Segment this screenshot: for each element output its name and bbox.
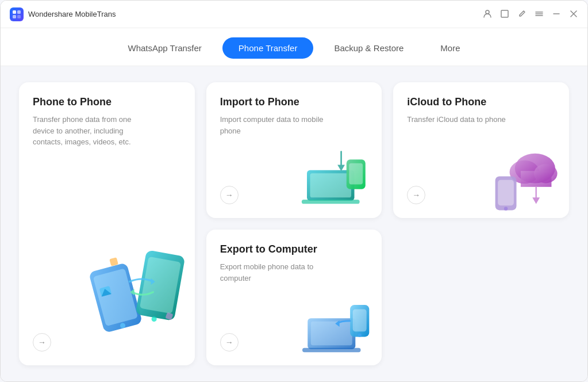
svg-rect-2 xyxy=(13,15,16,18)
card-arrow-phone-to-phone[interactable]: → xyxy=(33,333,51,352)
svg-rect-40 xyxy=(311,322,352,346)
edit-icon[interactable] xyxy=(517,9,526,20)
title-bar-controls xyxy=(483,9,578,20)
svg-rect-3 xyxy=(17,15,21,18)
svg-rect-43 xyxy=(353,309,367,331)
card-title-phone-to-phone: Phone to Phone xyxy=(33,96,181,108)
illustration-export xyxy=(297,292,377,361)
title-bar: Wondershare MobileTrans xyxy=(1,1,587,28)
card-title-export: Export to Computer xyxy=(220,243,368,255)
tab-backup[interactable]: Backup & Restore xyxy=(318,37,420,59)
card-desc-phone-to-phone: Transfer phone data from one device to a… xyxy=(33,114,136,148)
svg-rect-29 xyxy=(349,163,363,185)
card-icloud-to-phone[interactable]: iCloud to Phone Transfer iCloud data to … xyxy=(393,82,569,218)
svg-rect-0 xyxy=(13,10,16,14)
tab-whatsapp[interactable]: WhatsApp Transfer xyxy=(112,37,217,59)
card-arrow-export[interactable]: → xyxy=(220,333,239,352)
card-desc-icloud: Transfer iCloud data to phone xyxy=(407,114,510,125)
svg-marker-35 xyxy=(532,197,540,204)
svg-point-38 xyxy=(504,207,508,210)
svg-rect-41 xyxy=(302,348,361,352)
illustration-import xyxy=(301,149,376,212)
svg-point-4 xyxy=(486,10,489,14)
tab-more[interactable]: More xyxy=(424,37,476,59)
main-content: Phone to Phone Transfer phone data from … xyxy=(1,66,587,381)
card-export-to-computer[interactable]: Export to Computer Export mobile phone d… xyxy=(206,230,382,365)
svg-rect-26 xyxy=(302,200,360,204)
svg-rect-33 xyxy=(521,171,552,187)
svg-rect-37 xyxy=(498,180,514,205)
illustration-phone-to-phone xyxy=(80,221,195,337)
menu-icon[interactable] xyxy=(535,9,544,20)
svg-rect-25 xyxy=(310,173,352,197)
nav-area: WhatsApp Transfer Phone Transfer Backup … xyxy=(1,28,587,66)
card-arrow-icloud[interactable]: → xyxy=(407,186,425,204)
card-desc-import: Import computer data to mobile phone xyxy=(220,114,324,136)
tab-phone[interactable]: Phone Transfer xyxy=(222,37,314,59)
card-arrow-import[interactable]: → xyxy=(220,186,239,204)
svg-rect-5 xyxy=(501,10,508,17)
account-icon[interactable] xyxy=(483,9,492,20)
svg-rect-13 xyxy=(93,268,137,326)
illustration-icloud xyxy=(490,144,564,213)
card-desc-export: Export mobile phone data to computer xyxy=(220,261,324,284)
window-icon[interactable] xyxy=(500,9,509,20)
card-title-icloud: iCloud to Phone xyxy=(407,96,555,108)
app-title: Wondershare MobileTrans xyxy=(28,10,116,18)
title-bar-left: Wondershare MobileTrans xyxy=(10,7,116,21)
minimize-icon[interactable] xyxy=(552,9,561,20)
cards-grid: Phone to Phone Transfer phone data from … xyxy=(19,82,569,365)
svg-point-44 xyxy=(358,333,362,337)
card-phone-to-phone[interactable]: Phone to Phone Transfer phone data from … xyxy=(19,82,195,365)
app-icon xyxy=(10,7,24,21)
card-title-import: Import to Phone xyxy=(220,96,368,108)
svg-rect-1 xyxy=(17,10,21,14)
close-icon[interactable] xyxy=(569,9,578,20)
card-import-to-phone[interactable]: Import to Phone Import computer data to … xyxy=(206,82,382,218)
